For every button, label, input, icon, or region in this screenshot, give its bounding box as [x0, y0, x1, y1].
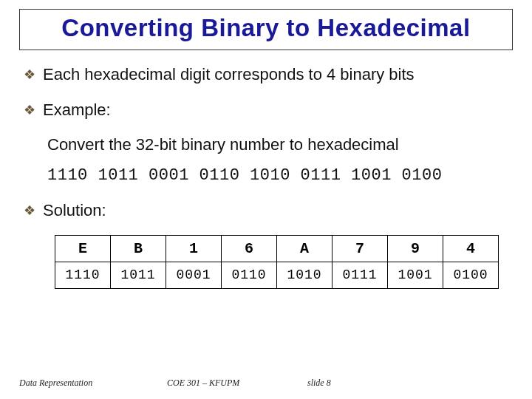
diamond-bullet-icon: ❖ [24, 202, 35, 219]
binary-cell: 0100 [443, 262, 499, 288]
binary-cell: 0111 [332, 262, 388, 288]
table-row: 1110 1011 0001 0110 1010 0111 1001 0100 [55, 262, 499, 288]
diamond-bullet-icon: ❖ [24, 101, 35, 119]
diamond-bullet-icon: ❖ [24, 66, 35, 83]
bullet-item: ❖ Each hexadecimal digit corresponds to … [24, 64, 513, 86]
hex-cell: 1 [166, 235, 222, 262]
hex-cell: E [55, 235, 111, 262]
bullet-text: Each hexadecimal digit corresponds to 4 … [43, 64, 415, 86]
binary-cell: 0110 [222, 262, 277, 288]
footer-left: Data Representation [19, 378, 167, 389]
footer-slide-number: slide 8 [307, 378, 396, 389]
content-area: ❖ Each hexadecimal digit corresponds to … [19, 64, 513, 289]
bullet-item: ❖ Example: [24, 99, 513, 121]
binary-cell: 1011 [111, 262, 166, 288]
slide-footer: Data Representation COE 301 – KFUPM slid… [19, 378, 513, 389]
page-title: Converting Binary to Hexadecimal [23, 14, 509, 42]
bullet-item: ❖ Solution: [24, 200, 513, 222]
binary-cell: 1110 [55, 262, 111, 288]
example-intro-text: Convert the 32-bit binary number to hexa… [47, 134, 513, 156]
hex-cell: 9 [388, 235, 443, 262]
bullet-text: Solution: [43, 200, 106, 222]
bullet-text: Example: [43, 99, 111, 121]
table-row: E B 1 6 A 7 9 4 [55, 235, 499, 262]
slide: Converting Binary to Hexadecimal ❖ Each … [0, 0, 532, 399]
binary-cell: 0001 [166, 262, 222, 288]
hex-cell: B [111, 235, 166, 262]
solution-table-wrap: E B 1 6 A 7 9 4 1110 1011 0001 0110 1010… [55, 235, 513, 289]
hex-cell: 7 [332, 235, 388, 262]
example-binary-string: 1110 1011 0001 0110 1010 0111 1001 0100 [47, 166, 513, 185]
title-box: Converting Binary to Hexadecimal [19, 9, 513, 50]
binary-cell: 1010 [277, 262, 332, 288]
binary-cell: 1001 [388, 262, 443, 288]
hex-cell: 6 [222, 235, 277, 262]
hex-cell: A [277, 235, 332, 262]
solution-table: E B 1 6 A 7 9 4 1110 1011 0001 0110 1010… [55, 235, 499, 289]
footer-center: COE 301 – KFUPM [167, 378, 307, 389]
hex-cell: 4 [443, 235, 499, 262]
